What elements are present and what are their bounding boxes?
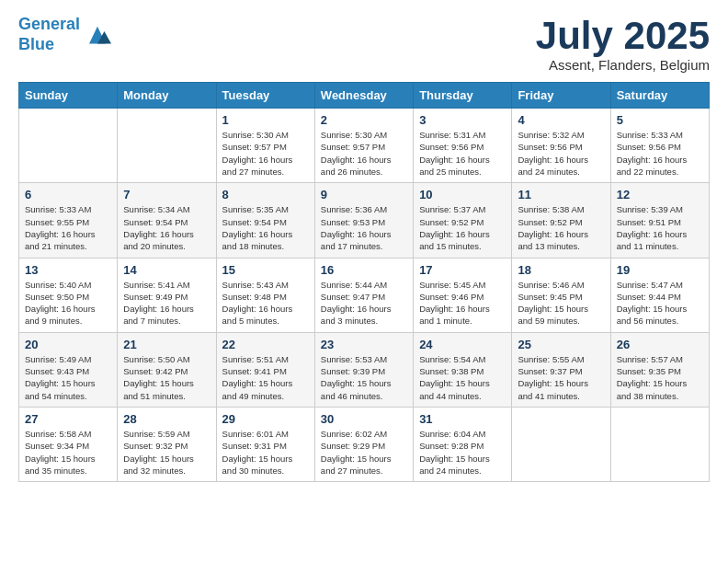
calendar-cell-w4-d6: 26Sunrise: 5:57 AM Sunset: 9:35 PM Dayli…: [610, 332, 709, 407]
day-info: Sunrise: 5:57 AM Sunset: 9:35 PM Dayligh…: [617, 353, 703, 402]
calendar-cell-w1-d0: [19, 109, 118, 183]
subtitle: Assent, Flanders, Belgium: [536, 57, 710, 73]
day-info: Sunrise: 5:51 AM Sunset: 9:41 PM Dayligh…: [222, 353, 309, 402]
calendar-cell-w5-d5: [512, 407, 610, 481]
calendar-cell-w5-d4: 31Sunrise: 6:04 AM Sunset: 9:28 PM Dayli…: [414, 407, 512, 481]
col-monday: Monday: [118, 83, 216, 109]
day-info: Sunrise: 5:31 AM Sunset: 9:56 PM Dayligh…: [419, 129, 506, 178]
day-number: 26: [617, 338, 703, 351]
calendar-cell-w4-d5: 25Sunrise: 5:55 AM Sunset: 9:37 PM Dayli…: [512, 332, 610, 407]
day-number: 17: [419, 263, 506, 277]
header: General Blue July 2025 Assent, Flanders,…: [18, 15, 710, 73]
day-number: 8: [222, 188, 309, 201]
day-info: Sunrise: 5:39 AM Sunset: 9:51 PM Dayligh…: [617, 203, 703, 252]
logo-line1: General: [18, 15, 80, 33]
calendar-week-3: 13Sunrise: 5:40 AM Sunset: 9:50 PM Dayli…: [19, 258, 710, 332]
day-number: 28: [123, 412, 210, 426]
day-number: 20: [25, 338, 111, 351]
month-title: July 2025: [536, 15, 710, 57]
col-saturday: Saturday: [610, 83, 709, 109]
day-info: Sunrise: 5:34 AM Sunset: 9:54 PM Dayligh…: [123, 203, 210, 252]
calendar-cell-w2-d0: 6Sunrise: 5:33 AM Sunset: 9:55 PM Daylig…: [19, 183, 118, 258]
logo-text: General Blue: [18, 15, 80, 54]
calendar-cell-w5-d2: 29Sunrise: 6:01 AM Sunset: 9:31 PM Dayli…: [216, 407, 314, 481]
calendar-cell-w1-d6: 5Sunrise: 5:33 AM Sunset: 9:56 PM Daylig…: [610, 109, 709, 183]
day-number: 6: [25, 188, 111, 201]
day-number: 4: [518, 113, 604, 127]
calendar-cell-w3-d4: 17Sunrise: 5:45 AM Sunset: 9:46 PM Dayli…: [414, 258, 512, 332]
day-number: 9: [321, 188, 407, 201]
day-number: 21: [123, 338, 210, 351]
calendar-cell-w3-d2: 15Sunrise: 5:43 AM Sunset: 9:48 PM Dayli…: [216, 258, 314, 332]
calendar-week-4: 20Sunrise: 5:49 AM Sunset: 9:43 PM Dayli…: [19, 332, 710, 407]
day-info: Sunrise: 5:40 AM Sunset: 9:50 PM Dayligh…: [25, 279, 111, 327]
day-info: Sunrise: 5:43 AM Sunset: 9:48 PM Dayligh…: [222, 279, 309, 327]
day-info: Sunrise: 5:59 AM Sunset: 9:32 PM Dayligh…: [123, 428, 210, 477]
calendar-cell-w2-d3: 9Sunrise: 5:36 AM Sunset: 9:53 PM Daylig…: [314, 183, 413, 258]
calendar-week-5: 27Sunrise: 5:58 AM Sunset: 9:34 PM Dayli…: [19, 407, 710, 481]
calendar-cell-w2-d5: 11Sunrise: 5:38 AM Sunset: 9:52 PM Dayli…: [512, 183, 610, 258]
day-number: 3: [419, 113, 506, 127]
day-info: Sunrise: 5:37 AM Sunset: 9:52 PM Dayligh…: [419, 203, 506, 252]
calendar-cell-w5-d1: 28Sunrise: 5:59 AM Sunset: 9:32 PM Dayli…: [118, 407, 216, 481]
day-number: 16: [321, 263, 407, 277]
day-info: Sunrise: 5:38 AM Sunset: 9:52 PM Dayligh…: [518, 203, 604, 252]
calendar-cell-w3-d6: 19Sunrise: 5:47 AM Sunset: 9:44 PM Dayli…: [610, 258, 709, 332]
day-info: Sunrise: 5:47 AM Sunset: 9:44 PM Dayligh…: [617, 279, 703, 327]
day-info: Sunrise: 5:58 AM Sunset: 9:34 PM Dayligh…: [25, 428, 111, 477]
day-info: Sunrise: 6:04 AM Sunset: 9:28 PM Dayligh…: [419, 428, 506, 477]
day-number: 31: [419, 412, 506, 426]
calendar-cell-w5-d3: 30Sunrise: 6:02 AM Sunset: 9:29 PM Dayli…: [314, 407, 413, 481]
day-info: Sunrise: 5:30 AM Sunset: 9:57 PM Dayligh…: [222, 129, 309, 178]
day-number: 7: [123, 188, 210, 201]
day-number: 12: [617, 188, 703, 201]
calendar-cell-w5-d0: 27Sunrise: 5:58 AM Sunset: 9:34 PM Dayli…: [19, 407, 118, 481]
calendar-week-2: 6Sunrise: 5:33 AM Sunset: 9:55 PM Daylig…: [19, 183, 710, 258]
day-number: 23: [321, 338, 407, 351]
calendar-cell-w3-d0: 13Sunrise: 5:40 AM Sunset: 9:50 PM Dayli…: [19, 258, 118, 332]
day-number: 29: [222, 412, 309, 426]
calendar-cell-w1-d3: 2Sunrise: 5:30 AM Sunset: 9:57 PM Daylig…: [314, 109, 413, 183]
calendar-cell-w3-d3: 16Sunrise: 5:44 AM Sunset: 9:47 PM Dayli…: [314, 258, 413, 332]
day-number: 19: [617, 263, 703, 277]
page: General Blue July 2025 Assent, Flanders,…: [0, 0, 728, 497]
day-info: Sunrise: 5:33 AM Sunset: 9:55 PM Dayligh…: [25, 203, 111, 252]
calendar-cell-w4-d3: 23Sunrise: 5:53 AM Sunset: 9:39 PM Dayli…: [314, 332, 413, 407]
day-number: 22: [222, 338, 309, 351]
logo-icon: [84, 21, 111, 49]
day-info: Sunrise: 5:44 AM Sunset: 9:47 PM Dayligh…: [321, 279, 407, 327]
day-info: Sunrise: 5:53 AM Sunset: 9:39 PM Dayligh…: [321, 353, 407, 402]
day-info: Sunrise: 5:54 AM Sunset: 9:38 PM Dayligh…: [419, 353, 506, 402]
day-info: Sunrise: 5:49 AM Sunset: 9:43 PM Dayligh…: [25, 353, 111, 402]
calendar-cell-w2-d6: 12Sunrise: 5:39 AM Sunset: 9:51 PM Dayli…: [610, 183, 709, 258]
calendar-cell-w3-d5: 18Sunrise: 5:46 AM Sunset: 9:45 PM Dayli…: [512, 258, 610, 332]
calendar-cell-w4-d0: 20Sunrise: 5:49 AM Sunset: 9:43 PM Dayli…: [19, 332, 118, 407]
day-info: Sunrise: 5:30 AM Sunset: 9:57 PM Dayligh…: [321, 129, 407, 178]
calendar-cell-w2-d4: 10Sunrise: 5:37 AM Sunset: 9:52 PM Dayli…: [414, 183, 512, 258]
day-number: 27: [25, 412, 111, 426]
calendar-header-row: Sunday Monday Tuesday Wednesday Thursday…: [19, 83, 710, 109]
calendar-cell-w2-d2: 8Sunrise: 5:35 AM Sunset: 9:54 PM Daylig…: [216, 183, 314, 258]
logo-line2: Blue: [18, 35, 54, 53]
day-number: 14: [123, 263, 210, 277]
day-number: 10: [419, 188, 506, 201]
day-info: Sunrise: 5:46 AM Sunset: 9:45 PM Dayligh…: [518, 279, 604, 327]
day-number: 15: [222, 263, 309, 277]
day-info: Sunrise: 5:41 AM Sunset: 9:49 PM Dayligh…: [123, 279, 210, 327]
day-number: 18: [518, 263, 604, 277]
day-number: 2: [321, 113, 407, 127]
col-sunday: Sunday: [19, 83, 118, 109]
day-info: Sunrise: 6:02 AM Sunset: 9:29 PM Dayligh…: [321, 428, 407, 477]
day-number: 30: [321, 412, 407, 426]
calendar-cell-w4-d2: 22Sunrise: 5:51 AM Sunset: 9:41 PM Dayli…: [216, 332, 314, 407]
day-number: 1: [222, 113, 309, 127]
calendar-cell-w4-d4: 24Sunrise: 5:54 AM Sunset: 9:38 PM Dayli…: [414, 332, 512, 407]
day-info: Sunrise: 5:55 AM Sunset: 9:37 PM Dayligh…: [518, 353, 604, 402]
col-thursday: Thursday: [414, 83, 512, 109]
calendar-cell-w3-d1: 14Sunrise: 5:41 AM Sunset: 9:49 PM Dayli…: [118, 258, 216, 332]
day-info: Sunrise: 5:33 AM Sunset: 9:56 PM Dayligh…: [617, 129, 703, 178]
calendar-cell-w1-d4: 3Sunrise: 5:31 AM Sunset: 9:56 PM Daylig…: [414, 109, 512, 183]
calendar-cell-w1-d1: [118, 109, 216, 183]
day-info: Sunrise: 5:32 AM Sunset: 9:56 PM Dayligh…: [518, 129, 604, 178]
day-info: Sunrise: 5:45 AM Sunset: 9:46 PM Dayligh…: [419, 279, 506, 327]
